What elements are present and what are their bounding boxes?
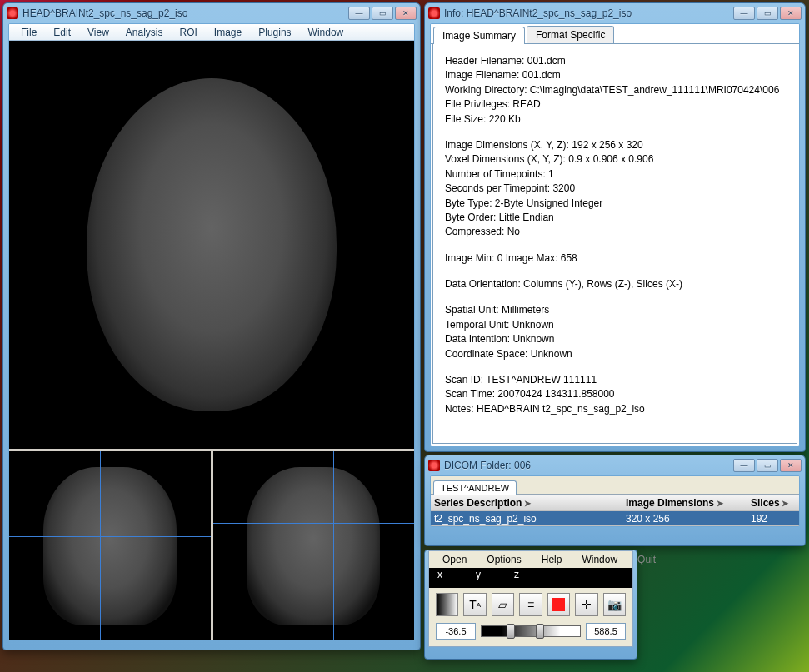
crosshair-horizontal bbox=[213, 523, 415, 524]
toolbox-menubar: Open Options Help Window Quit bbox=[429, 551, 632, 568]
info-line: Spatial Unit: Millimeters bbox=[445, 303, 785, 317]
info-title: Info: HEAD^BRAINt2_spc_ns_sag_p2_iso bbox=[444, 7, 632, 19]
menu-file[interactable]: File bbox=[12, 25, 45, 40]
text-tool-button[interactable]: TA bbox=[463, 593, 486, 616]
crosshair-vertical bbox=[333, 451, 334, 640]
info-line: Coordinate Space: Unknown bbox=[445, 347, 785, 361]
info-line: Image Min: 0 Image Max: 658 bbox=[445, 251, 785, 266]
transform-button[interactable]: ▱ bbox=[492, 593, 514, 616]
coord-x: x bbox=[437, 569, 442, 580]
col-series-description[interactable]: Series Description bbox=[431, 497, 622, 509]
menu-image[interactable]: Image bbox=[206, 25, 250, 40]
java-icon bbox=[428, 460, 440, 471]
info-titlebar[interactable]: Info: HEAD^BRAINt2_spc_ns_sag_p2_iso — ▭… bbox=[425, 3, 805, 23]
menu-view[interactable]: View bbox=[79, 25, 117, 40]
menu-window[interactable]: Window bbox=[300, 25, 352, 40]
close-button[interactable]: ✕ bbox=[395, 7, 417, 20]
menu-window-tool[interactable]: Window bbox=[572, 552, 627, 567]
lut-button[interactable] bbox=[436, 593, 458, 616]
menu-edit[interactable]: Edit bbox=[45, 25, 79, 40]
minimize-button[interactable]: — bbox=[348, 7, 370, 20]
java-icon bbox=[7, 7, 18, 19]
crosshair-button[interactable]: ✛ bbox=[575, 593, 597, 616]
info-line: Notes: HEAD^BRAIN t2_spc_ns_sag_p2_iso bbox=[445, 402, 785, 416]
info-tabs: Image Summary Format Specific bbox=[431, 24, 799, 44]
info-line: Header Filename: 001.dcm bbox=[445, 54, 785, 68]
close-button[interactable]: ✕ bbox=[780, 7, 802, 20]
slider-max-value[interactable]: 588.5 bbox=[586, 623, 626, 640]
info-line: Scan ID: TEST^ANDREW 111111 bbox=[445, 373, 785, 387]
crosshair-vertical bbox=[100, 451, 101, 640]
tab-image-summary[interactable]: Image Summary bbox=[433, 27, 525, 44]
maximize-button[interactable]: ▭ bbox=[757, 459, 778, 472]
sagittal-viewport[interactable] bbox=[211, 451, 415, 640]
info-line: Number of Timepoints: 1 bbox=[445, 167, 785, 182]
info-line: File Size: 220 Kb bbox=[445, 112, 785, 127]
info-line: Compressed: No bbox=[445, 225, 785, 239]
menu-help[interactable]: Help bbox=[532, 552, 572, 567]
slider-thumb-low[interactable] bbox=[507, 624, 515, 639]
menu-open[interactable]: Open bbox=[432, 552, 477, 567]
info-line: Image Dimensions (X, Y, Z): 192 x 256 x … bbox=[445, 138, 785, 152]
contrast-slider[interactable] bbox=[481, 625, 581, 637]
coordinate-readout: x y z bbox=[429, 568, 632, 588]
menu-plugins[interactable]: Plugins bbox=[250, 25, 299, 40]
axial-viewport[interactable] bbox=[9, 41, 414, 449]
minimize-button[interactable]: — bbox=[733, 459, 755, 472]
maximize-button[interactable]: ▭ bbox=[372, 7, 393, 20]
folder-window: DICOM Folder: 006 — ▭ ✕ TEST^ANDREW Seri… bbox=[424, 455, 806, 546]
folder-tabstrip: TEST^ANDREW bbox=[431, 476, 799, 495]
info-window: Info: HEAD^BRAINt2_spc_ns_sag_p2_iso — ▭… bbox=[424, 2, 806, 452]
info-line: Byte Order: Little Endian bbox=[445, 211, 785, 225]
brain-axial-image bbox=[87, 78, 337, 411]
coronal-viewport[interactable] bbox=[9, 451, 211, 640]
folder-titlebar[interactable]: DICOM Folder: 006 — ▭ ✕ bbox=[425, 455, 805, 475]
info-line: File Privileges: READ bbox=[445, 97, 785, 112]
info-line: Seconds per Timepoint: 3200 bbox=[445, 182, 785, 196]
info-line: Byte Type: 2-Byte Unsigned Integer bbox=[445, 197, 785, 211]
contrast-slider-row: -36.5 588.5 bbox=[429, 616, 632, 640]
viewer-canvas-area bbox=[9, 41, 414, 640]
brain-coronal-image bbox=[43, 467, 177, 625]
tab-patient[interactable]: TEST^ANDREW bbox=[433, 480, 517, 495]
viewer-window: HEAD^BRAINt2_spc_ns_sag_p2_iso — ▭ ✕ Fil… bbox=[2, 2, 421, 650]
tab-format-specific[interactable]: Format Specific bbox=[527, 26, 614, 43]
toolbox-window: Open Options Help Window Quit x y z TA ▱… bbox=[424, 550, 637, 660]
info-line: Temporal Unit: Unknown bbox=[445, 318, 785, 332]
menu-options[interactable]: Options bbox=[477, 552, 531, 567]
java-icon bbox=[428, 7, 440, 19]
coord-z: z bbox=[514, 569, 519, 580]
crosshair-horizontal bbox=[9, 536, 211, 537]
record-button[interactable] bbox=[547, 593, 570, 616]
slices-button[interactable]: ≡ bbox=[519, 593, 542, 616]
coord-y: y bbox=[476, 569, 481, 580]
cell-image-dimensions: 320 x 256 bbox=[622, 513, 747, 525]
col-image-dimensions[interactable]: Image Dimensions bbox=[622, 497, 747, 509]
col-slices[interactable]: Slices bbox=[747, 497, 799, 509]
info-line: Working Directory: C:\imaging\data\TEST_… bbox=[445, 83, 785, 97]
menu-roi[interactable]: ROI bbox=[172, 25, 206, 40]
brain-sagittal-image bbox=[247, 467, 380, 625]
toolbox-buttons: TA ▱ ≡ ✛ 📷 bbox=[429, 588, 632, 616]
table-header: Series Description Image Dimensions Slic… bbox=[431, 495, 799, 511]
close-button[interactable]: ✕ bbox=[780, 459, 802, 472]
info-line: Image Filename: 001.dcm bbox=[445, 68, 785, 82]
cell-slices: 192 bbox=[747, 513, 799, 525]
info-text-panel: Header Filename: 001.dcm Image Filename:… bbox=[432, 44, 797, 444]
table-row[interactable]: t2_spc_ns_sag_p2_iso 320 x 256 192 bbox=[431, 511, 799, 526]
viewer-menubar: File Edit View Analysis ROI Image Plugin… bbox=[9, 24, 414, 41]
viewer-titlebar[interactable]: HEAD^BRAINt2_spc_ns_sag_p2_iso — ▭ ✕ bbox=[3, 3, 420, 23]
viewer-title: HEAD^BRAINt2_spc_ns_sag_p2_iso bbox=[22, 7, 187, 19]
menu-analysis[interactable]: Analysis bbox=[117, 25, 172, 40]
maximize-button[interactable]: ▭ bbox=[757, 7, 778, 20]
camera-button[interactable]: 📷 bbox=[603, 593, 626, 616]
minimize-button[interactable]: — bbox=[733, 7, 755, 20]
folder-title: DICOM Folder: 006 bbox=[444, 460, 531, 471]
info-line: Scan Time: 20070424 134311.858000 bbox=[445, 387, 785, 401]
slider-min-value[interactable]: -36.5 bbox=[436, 623, 476, 640]
info-line: Voxel Dimensions (X, Y, Z): 0.9 x 0.906 … bbox=[445, 152, 785, 167]
menu-quit[interactable]: Quit bbox=[627, 552, 666, 567]
slider-thumb-high[interactable] bbox=[536, 624, 544, 639]
cell-series-description: t2_spc_ns_sag_p2_iso bbox=[431, 513, 622, 525]
info-line: Data Orientation: Columns (Y-), Rows (Z-… bbox=[445, 277, 785, 291]
